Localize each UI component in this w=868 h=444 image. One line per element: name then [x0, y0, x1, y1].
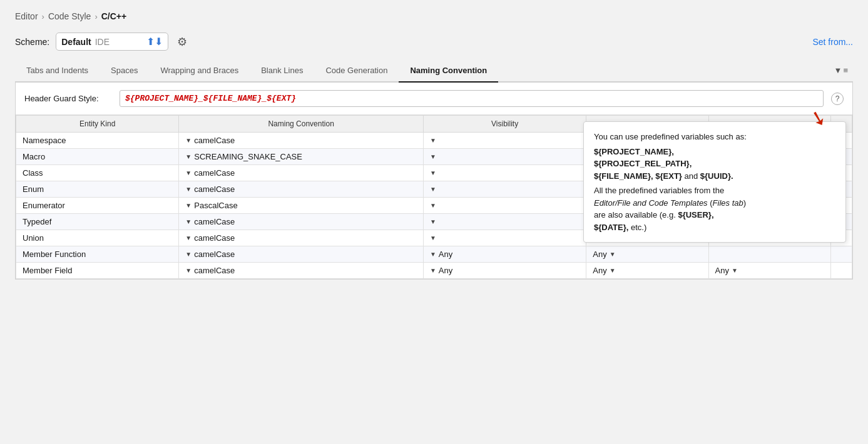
scroll-member-function	[830, 246, 852, 263]
gear-button[interactable]: ⚙	[175, 34, 190, 50]
tooltip-italic-files: Files tab	[713, 198, 743, 208]
help-button[interactable]: ?	[831, 93, 844, 105]
scheme-arrow-icon: ⬆⬇	[146, 36, 163, 48]
dropdown-arrow-icon: ▼	[430, 169, 436, 176]
scheme-label: Scheme:	[15, 37, 49, 47]
header-guard-label: Header Guard Style:	[24, 94, 112, 103]
col-header-visibility: Visibility	[423, 116, 586, 133]
scheme-select[interactable]: Default IDE ⬆⬇	[56, 33, 168, 51]
main-content: Header Guard Style: ? Entity Kind N	[15, 83, 853, 280]
dropdown-arrow-icon: ▼	[430, 251, 436, 258]
naming-macro[interactable]: ▼ SCREAMING_SNAKE_CASE	[179, 149, 424, 165]
naming-enumerator[interactable]: ▼ PascalCase	[179, 198, 424, 214]
dropdown-arrow-icon: ▼	[610, 251, 616, 258]
visibility-class[interactable]: ▼	[423, 165, 586, 181]
dropdown-arrow-icon: ▼	[732, 267, 738, 274]
dropdown-arrow-icon: ▼	[185, 235, 191, 241]
visibility-enum[interactable]: ▼	[423, 181, 586, 198]
dropdown-arrow-icon: ▼	[185, 218, 191, 225]
scroll-member-field	[830, 263, 852, 279]
overflow-arrow-icon: ▼	[834, 66, 842, 75]
visibility-member-field[interactable]: ▼ Any	[423, 263, 586, 279]
naming-typedef[interactable]: ▼ camelCase	[179, 214, 424, 230]
dropdown-arrow-icon: ▼	[185, 251, 191, 258]
tooltip-var-date: ${DATE},	[594, 223, 628, 232]
tooltip-text-line1: You can use predefined variables such as…	[594, 131, 835, 143]
entity-member-field: Member Field	[16, 263, 179, 279]
dropdown-arrow-icon: ▼	[430, 218, 436, 225]
tab-tabs-and-indents[interactable]: Tabs and Indents	[15, 61, 100, 83]
tooltip-italic-editor: Editor/File and Code Templates	[594, 198, 708, 208]
entity-enum: Enum	[16, 181, 179, 198]
tooltip-var-ext: ${EXT}	[655, 171, 682, 181]
tooltip-text-line3: All the predefined variables from the Ed…	[594, 184, 835, 233]
dropdown-arrow-icon: ▼	[185, 169, 191, 176]
dropdown-arrow-icon: ▼	[430, 137, 436, 144]
entity-macro: Macro	[16, 149, 179, 165]
dropdown-arrow-icon: ▼	[610, 267, 616, 274]
visibility-typedef[interactable]: ▼	[423, 214, 586, 230]
tooltip-popup: ➘ You can use predefined variables such …	[583, 121, 846, 243]
dropdown-arrow-icon: ▼	[430, 235, 436, 241]
naming-enum[interactable]: ▼ camelCase	[179, 181, 424, 198]
breadcrumb-sep-2: ›	[94, 12, 97, 21]
naming-member-field[interactable]: ▼ camelCase	[179, 263, 424, 279]
naming-namespace[interactable]: ▼ camelCase	[179, 133, 424, 149]
tab-spaces[interactable]: Spaces	[100, 61, 149, 83]
col-header-entity: Entity Kind	[16, 116, 179, 133]
overflow-menu-icon: ≡	[843, 66, 848, 75]
dropdown-arrow-icon: ▼	[430, 186, 436, 193]
header-guard-row: Header Guard Style: ?	[16, 83, 852, 115]
dropdown-arrow-icon: ▼	[185, 137, 191, 144]
tab-naming-convention[interactable]: Naming Convention	[399, 61, 498, 83]
dropdown-arrow-icon: ▼	[430, 202, 436, 209]
tooltip-var-project-name: ${PROJECT_NAME},	[594, 147, 674, 156]
tabs-bar: Tabs and Indents Spaces Wrapping and Bra…	[15, 61, 853, 83]
scheme-name: Default	[61, 37, 91, 47]
extra2-member-function	[708, 246, 830, 263]
dropdown-arrow-icon: ▼	[430, 153, 436, 160]
page-container: Editor › Code Style › C/C++ Scheme: Defa…	[0, 0, 868, 295]
tooltip-var-project-rel-path: ${PROJECT_REL_PATH},	[594, 159, 692, 168]
table-row: Member Function ▼ camelCase ▼ Any	[16, 246, 852, 263]
visibility-union[interactable]: ▼	[423, 230, 586, 246]
visibility-enumerator[interactable]: ▼	[423, 198, 586, 214]
extra1-member-field[interactable]: Any ▼	[586, 263, 708, 279]
extra2-member-field[interactable]: Any ▼	[708, 263, 830, 279]
dropdown-arrow-icon: ▼	[185, 153, 191, 160]
breadcrumb-editor[interactable]: Editor	[15, 11, 38, 21]
scheme-row: Scheme: Default IDE ⬆⬇ ⚙ Set from...	[15, 33, 853, 51]
dropdown-arrow-icon: ▼	[185, 267, 191, 274]
table-row: Member Field ▼ camelCase ▼ Any	[16, 263, 852, 279]
extra1-member-function[interactable]: Any ▼	[586, 246, 708, 263]
breadcrumb-codestyle[interactable]: Code Style	[48, 11, 91, 21]
table-area: Entity Kind Naming Convention Visibility…	[16, 115, 852, 279]
naming-union[interactable]: ▼ camelCase	[179, 230, 424, 246]
tooltip-var-uuid: ${UUID}.	[700, 171, 733, 181]
visibility-namespace[interactable]: ▼	[423, 133, 586, 149]
dropdown-arrow-icon: ▼	[430, 267, 436, 274]
tooltip-text-line2: ${PROJECT_NAME}, ${PROJECT_REL_PATH}, ${…	[594, 146, 835, 183]
breadcrumb: Editor › Code Style › C/C++	[15, 11, 853, 21]
naming-class[interactable]: ▼ camelCase	[179, 165, 424, 181]
breadcrumb-sep-1: ›	[42, 12, 44, 21]
entity-typedef: Typedef	[16, 214, 179, 230]
header-guard-input[interactable]	[120, 90, 824, 107]
entity-namespace: Namespace	[16, 133, 179, 149]
tab-code-generation[interactable]: Code Generation	[314, 61, 399, 83]
tab-wrapping-and-braces[interactable]: Wrapping and Braces	[149, 61, 250, 83]
scheme-sub: IDE	[95, 37, 110, 47]
dropdown-arrow-icon: ▼	[185, 186, 191, 193]
tab-blank-lines[interactable]: Blank Lines	[250, 61, 314, 83]
entity-union: Union	[16, 230, 179, 246]
tab-overflow-button[interactable]: ▼ ≡	[829, 61, 853, 81]
dropdown-arrow-icon: ▼	[185, 202, 191, 209]
entity-enumerator: Enumerator	[16, 198, 179, 214]
naming-member-function[interactable]: ▼ camelCase	[179, 246, 424, 263]
visibility-macro[interactable]: ▼	[423, 149, 586, 165]
entity-class: Class	[16, 165, 179, 181]
set-from-link[interactable]: Set from...	[812, 37, 853, 47]
tooltip-var-file-name: ${FILE_NAME},	[594, 171, 653, 181]
entity-member-function: Member Function	[16, 246, 179, 263]
visibility-member-function[interactable]: ▼ Any	[423, 246, 586, 263]
